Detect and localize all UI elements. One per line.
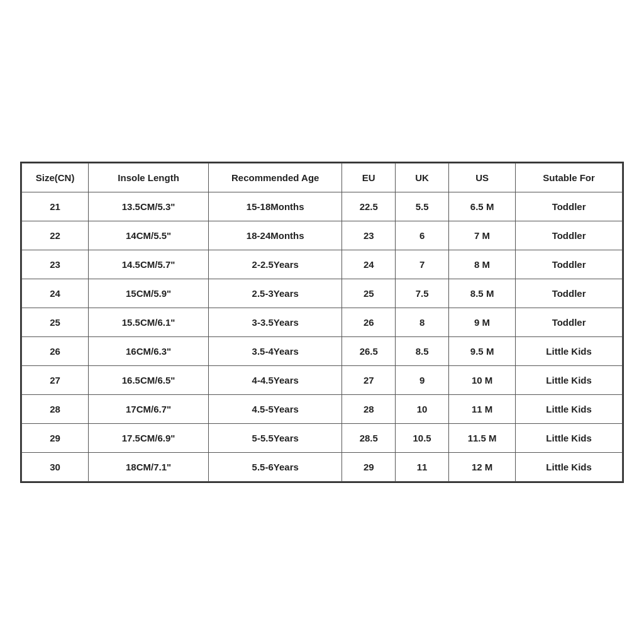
cell-size: 26 xyxy=(22,336,89,365)
cell-suitable: Toddler xyxy=(516,279,623,308)
cell-age: 2.5-3Years xyxy=(209,279,342,308)
cell-size: 24 xyxy=(22,279,89,308)
cell-suitable: Toddler xyxy=(516,250,623,279)
table-row: 2214CM/5.5"18-24Months2367 MToddler xyxy=(22,221,623,250)
cell-insole: 15CM/5.9" xyxy=(89,279,209,308)
cell-age: 4-4.5Years xyxy=(209,365,342,394)
cell-uk: 7.5 xyxy=(396,279,449,308)
table-row: 2113.5CM/5.3"15-18Months22.55.56.5 MTodd… xyxy=(22,192,623,221)
cell-insole: 14.5CM/5.7" xyxy=(89,250,209,279)
cell-us: 11.5 M xyxy=(449,423,516,452)
cell-uk: 8.5 xyxy=(396,336,449,365)
col-header-us: US xyxy=(449,163,516,192)
table-header-row: Size(CN)Insole LengthRecommended AgeEUUK… xyxy=(22,163,623,192)
cell-suitable: Little Kids xyxy=(516,336,623,365)
cell-insole: 17.5CM/6.9" xyxy=(89,423,209,452)
table-row: 2917.5CM/6.9"5-5.5Years28.510.511.5 MLit… xyxy=(22,423,623,452)
cell-us: 8 M xyxy=(449,250,516,279)
cell-eu: 25 xyxy=(342,279,396,308)
cell-uk: 9 xyxy=(396,365,449,394)
cell-age: 18-24Months xyxy=(209,221,342,250)
cell-size: 29 xyxy=(22,423,89,452)
cell-suitable: Little Kids xyxy=(516,452,623,481)
cell-us: 10 M xyxy=(449,365,516,394)
cell-suitable: Toddler xyxy=(516,308,623,336)
cell-age: 15-18Months xyxy=(209,192,342,221)
cell-uk: 5.5 xyxy=(396,192,449,221)
cell-eu: 22.5 xyxy=(342,192,396,221)
cell-eu: 28.5 xyxy=(342,423,396,452)
cell-us: 12 M xyxy=(449,452,516,481)
cell-age: 5-5.5Years xyxy=(209,423,342,452)
col-header-age: Recommended Age xyxy=(209,163,342,192)
col-header-uk: UK xyxy=(396,163,449,192)
cell-us: 11 M xyxy=(449,394,516,423)
cell-insole: 16CM/6.3" xyxy=(89,336,209,365)
cell-eu: 27 xyxy=(342,365,396,394)
table-row: 2515.5CM/6.1"3-3.5Years2689 MToddler xyxy=(22,308,623,336)
table-row: 2415CM/5.9"2.5-3Years257.58.5 MToddler xyxy=(22,279,623,308)
cell-age: 3.5-4Years xyxy=(209,336,342,365)
cell-age: 2-2.5Years xyxy=(209,250,342,279)
cell-us: 6.5 M xyxy=(449,192,516,221)
col-header-insole: Insole Length xyxy=(89,163,209,192)
cell-suitable: Little Kids xyxy=(516,394,623,423)
cell-us: 8.5 M xyxy=(449,279,516,308)
size-chart-container: Size(CN)Insole LengthRecommended AgeEUUK… xyxy=(20,162,624,483)
table-row: 2817CM/6.7"4.5-5Years281011 MLittle Kids xyxy=(22,394,623,423)
cell-insole: 13.5CM/5.3" xyxy=(89,192,209,221)
cell-suitable: Little Kids xyxy=(516,423,623,452)
cell-size: 28 xyxy=(22,394,89,423)
col-header-suitable: Sutable For xyxy=(516,163,623,192)
cell-size: 30 xyxy=(22,452,89,481)
cell-suitable: Little Kids xyxy=(516,365,623,394)
cell-age: 5.5-6Years xyxy=(209,452,342,481)
cell-eu: 28 xyxy=(342,394,396,423)
col-header-size: Size(CN) xyxy=(22,163,89,192)
cell-us: 7 M xyxy=(449,221,516,250)
cell-uk: 10.5 xyxy=(396,423,449,452)
cell-eu: 26.5 xyxy=(342,336,396,365)
cell-age: 3-3.5Years xyxy=(209,308,342,336)
cell-insole: 16.5CM/6.5" xyxy=(89,365,209,394)
cell-size: 23 xyxy=(22,250,89,279)
cell-uk: 6 xyxy=(396,221,449,250)
cell-uk: 10 xyxy=(396,394,449,423)
cell-eu: 24 xyxy=(342,250,396,279)
cell-us: 9 M xyxy=(449,308,516,336)
cell-eu: 26 xyxy=(342,308,396,336)
cell-uk: 8 xyxy=(396,308,449,336)
table-row: 2616CM/6.3"3.5-4Years26.58.59.5 MLittle … xyxy=(22,336,623,365)
cell-suitable: Toddler xyxy=(516,192,623,221)
cell-eu: 23 xyxy=(342,221,396,250)
cell-size: 27 xyxy=(22,365,89,394)
cell-insole: 15.5CM/6.1" xyxy=(89,308,209,336)
cell-size: 22 xyxy=(22,221,89,250)
cell-insole: 18CM/7.1" xyxy=(89,452,209,481)
col-header-eu: EU xyxy=(342,163,396,192)
table-row: 2716.5CM/6.5"4-4.5Years27910 MLittle Kid… xyxy=(22,365,623,394)
cell-suitable: Toddler xyxy=(516,221,623,250)
table-row: 2314.5CM/5.7"2-2.5Years2478 MToddler xyxy=(22,250,623,279)
cell-insole: 14CM/5.5" xyxy=(89,221,209,250)
table-row: 3018CM/7.1"5.5-6Years291112 MLittle Kids xyxy=(22,452,623,481)
cell-insole: 17CM/6.7" xyxy=(89,394,209,423)
cell-us: 9.5 M xyxy=(449,336,516,365)
cell-eu: 29 xyxy=(342,452,396,481)
cell-uk: 11 xyxy=(396,452,449,481)
size-chart-table: Size(CN)Insole LengthRecommended AgeEUUK… xyxy=(21,163,623,482)
cell-size: 21 xyxy=(22,192,89,221)
cell-uk: 7 xyxy=(396,250,449,279)
cell-size: 25 xyxy=(22,308,89,336)
cell-age: 4.5-5Years xyxy=(209,394,342,423)
